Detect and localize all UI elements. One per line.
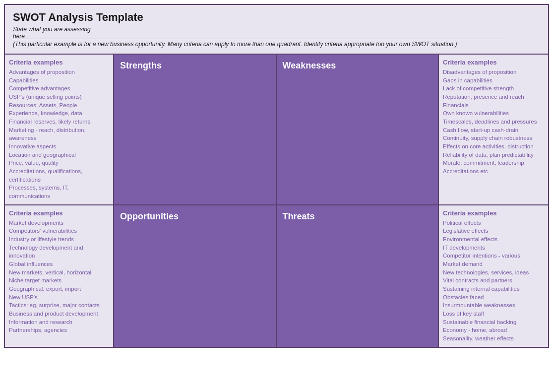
criteria-bottom-right-header: Criteria examples [443, 209, 544, 217]
list-item: Continuity, supply chain robustness [443, 134, 544, 142]
list-item: Disadvantages of proposition [443, 68, 544, 76]
header-section: SWOT Analysis Template State what you ar… [5, 5, 548, 55]
criteria-top-left: Criteria examples Advantages of proposit… [5, 55, 114, 205]
criteria-top-right: Criteria examples Disadvantages of propo… [439, 55, 548, 205]
bottom-right-criteria-list: Political effectsLegislative effectsEnvi… [443, 219, 544, 343]
list-item: Capabilities [9, 76, 109, 85]
opportunities-content[interactable] [118, 226, 272, 340]
main-grid: Criteria examples Advantages of proposit… [5, 55, 548, 347]
list-item: Information and research [9, 318, 109, 327]
list-item: Innovative aspects [9, 142, 109, 151]
list-item: Cash flow, start-up cash-drain [443, 126, 544, 134]
criteria-bottom-right: Criteria examples Political effectsLegis… [439, 205, 548, 347]
list-item: Loss of key staff [443, 310, 544, 318]
weaknesses-cell: Weaknesses [277, 55, 439, 205]
list-item: Price, value, quality [9, 159, 109, 167]
list-item: Financials [443, 101, 544, 110]
list-item: Seasonality, weather effects [443, 334, 544, 343]
list-item: Political effects [443, 219, 544, 227]
main-title: SWOT Analysis Template [13, 11, 540, 24]
weaknesses-header: Weaknesses [281, 59, 434, 75]
top-left-criteria-list: Advantages of propositionCapabilitiesCom… [9, 68, 109, 200]
subtitle-line1: State what you are assessing here_______… [13, 26, 540, 40]
list-item: Reputation, presence and reach [443, 93, 544, 101]
list-item: Reliability of data, plan predictability [443, 151, 544, 159]
strengths-content[interactable] [118, 75, 272, 184]
weaknesses-content[interactable] [281, 75, 434, 184]
list-item: Geographical, export, import [9, 285, 109, 293]
list-item: Environmental effects [443, 235, 544, 244]
list-item: New USP's [9, 293, 109, 302]
list-item: Morale, commitment, leadership [443, 159, 544, 167]
list-item: Industry or lifestyle trends [9, 235, 109, 244]
list-item: Location and geographical [9, 151, 109, 159]
list-item: Insurmountable weaknesses [443, 301, 544, 310]
subtitle-line2: (This particular example is for a new bu… [13, 41, 540, 48]
strengths-header: Strengths [118, 59, 272, 75]
criteria-bottom-left: Criteria examples Market developmentsCom… [5, 205, 114, 347]
swot-container: SWOT Analysis Template State what you ar… [4, 4, 549, 348]
threats-content[interactable] [281, 226, 434, 340]
list-item: IT developments [443, 244, 544, 252]
list-item: Market demand [443, 260, 544, 268]
list-item: Market developments [9, 219, 109, 227]
threats-header: Threats [281, 209, 434, 226]
list-item: Technology development and innovation [9, 244, 109, 260]
list-item: Competitive advantages [9, 84, 109, 93]
list-item: Experience, knowledge, data [9, 109, 109, 118]
list-item: New technologies, services, ideas [443, 268, 544, 277]
list-item: Business and product development [9, 310, 109, 318]
list-item: Timescales, deadlines and pressures [443, 118, 544, 126]
list-item: Effects on core activities, distruction [443, 142, 544, 151]
list-item: Economy - home, abroad [443, 326, 544, 334]
strengths-cell: Strengths [114, 55, 277, 205]
list-item: Financial reserves, likely returns [9, 118, 109, 126]
criteria-top-right-header: Criteria examples [443, 59, 544, 66]
list-item: Lack of competitive strength [443, 84, 544, 93]
list-item: Accreditations etc [443, 167, 544, 176]
list-item: Sustainable financial backing [443, 318, 544, 327]
list-item: Advantages of proposition [9, 68, 109, 76]
opportunities-cell: Opportunities [114, 205, 277, 347]
list-item: Niche target markets [9, 276, 109, 285]
threats-cell: Threats [277, 205, 439, 347]
list-item: Tactics: eg, surprise, major contacts [9, 301, 109, 310]
list-item: Competitors' vulnerabilities [9, 227, 109, 235]
list-item: Resources, Assets, People [9, 101, 109, 110]
list-item: Partnerships, agencies [9, 326, 109, 334]
list-item: New markets, vertical, horizontal [9, 268, 109, 277]
list-item: Legislative effects [443, 227, 544, 235]
criteria-bottom-left-header: Criteria examples [9, 209, 109, 217]
list-item: Accreditations, qualifications, certific… [9, 167, 109, 184]
list-item: Competitor intentions - various [443, 252, 544, 260]
list-item: Obstacles faced [443, 293, 544, 302]
list-item: Vital contracts and partners [443, 276, 544, 285]
opportunities-header: Opportunities [118, 209, 272, 226]
list-item: Processes, systems, IT, communications [9, 184, 109, 200]
list-item: USP's (unique selling points) [9, 93, 109, 101]
criteria-top-left-header: Criteria examples [9, 59, 109, 66]
list-item: Sustaining internal capabilities [443, 285, 544, 293]
top-right-criteria-list: Disadvantages of propositionGaps in capa… [443, 68, 544, 176]
list-item: Gaps in capabilities [443, 76, 544, 85]
list-item: Own known vulnerabilities [443, 109, 544, 118]
list-item: Global influences [9, 260, 109, 268]
list-item: Marketing - reach, distribution, awarene… [9, 126, 109, 142]
bottom-left-criteria-list: Market developmentsCompetitors' vulnerab… [9, 219, 109, 334]
